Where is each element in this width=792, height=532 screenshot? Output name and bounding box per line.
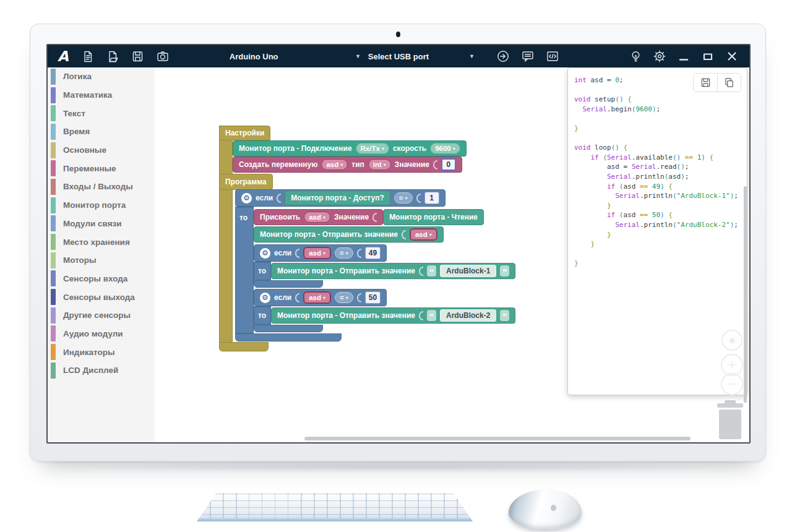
workspace-canvas[interactable]: Настройки Программа Монитор порта - Подк… [155, 67, 751, 444]
code-line: Serial.println("ArduBlock-2"); [574, 220, 741, 230]
value-label: Значение [334, 213, 369, 221]
settings-section-header[interactable]: Настройки [219, 126, 270, 140]
save-file-icon[interactable] [131, 49, 145, 64]
minimize-button[interactable] [676, 49, 691, 64]
program-frame-foot[interactable] [219, 342, 269, 351]
open-file-icon[interactable] [106, 49, 121, 64]
sidebar-item[interactable]: Переменные [48, 159, 155, 178]
sidebar-item[interactable]: Сенсоры входа [48, 270, 155, 288]
sidebar-item[interactable]: Индикаторы [48, 343, 155, 361]
sidebar-item[interactable]: LCD Дисплей [48, 361, 155, 380]
category-label: Модули связи [63, 219, 122, 228]
dropdown-value: = [399, 194, 403, 202]
sidebar-item[interactable]: Логика [48, 67, 155, 86]
if2-foot[interactable] [254, 325, 323, 332]
sidebar-item[interactable]: Время [48, 122, 155, 141]
sidebar-item[interactable]: Другие сенсоры [48, 306, 155, 325]
if2-header[interactable]: ⚙ если asd ▾ = ▾ 50 [254, 289, 387, 306]
variable-pill[interactable]: asd ▾ [303, 291, 331, 304]
port-selector[interactable]: Select USB port ▼ [368, 52, 475, 61]
upload-icon[interactable] [496, 49, 510, 64]
board-selector-value: Arduino Uno [230, 52, 278, 61]
category-label: Место хранения [63, 238, 130, 247]
sidebar-item[interactable]: Сенсоры выхода [48, 288, 155, 306]
string-value[interactable]: ArduBlock-2 [440, 309, 496, 322]
save-code-button[interactable] [694, 74, 717, 92]
vertical-scrollbar[interactable] [744, 186, 747, 403]
mutator-gear-icon[interactable]: ⚙ [260, 248, 270, 259]
settings-gear-icon[interactable] [652, 49, 667, 64]
mouse [509, 490, 582, 529]
sidebar-item[interactable]: Аудио модули [48, 325, 155, 343]
code-view-icon[interactable] [545, 49, 560, 64]
mutator-gear-icon[interactable]: ⚙ [241, 193, 252, 204]
category-label: Моторы [63, 255, 97, 265]
copy-code-button[interactable] [717, 74, 741, 92]
category-label: LCD Дисплей [63, 366, 118, 375]
maximize-button[interactable] [700, 49, 715, 64]
sidebar-item[interactable]: Входы / Выходы [48, 178, 155, 196]
compare-socket[interactable]: 50 [365, 291, 381, 304]
code-text[interactable]: int asd = 0; void setup() { Serial.begin… [568, 68, 747, 276]
sidebar-item[interactable]: Моторы [48, 251, 155, 270]
new-file-icon[interactable] [81, 49, 96, 64]
string-value[interactable]: ArduBlock-1 [440, 265, 496, 277]
dropdown-var-name[interactable]: asd ▾ [321, 159, 348, 170]
dropdown-value: Rx/Tx [361, 145, 380, 152]
value-socket[interactable]: 0 [441, 158, 456, 171]
block-serial-send-var[interactable]: Монитор порта - Отправить значение asd ▾ [254, 226, 444, 242]
dropdown-baud[interactable]: 9600 ▾ [430, 143, 460, 154]
dropdown-var-type[interactable]: int ▾ [368, 159, 391, 170]
hint-bulb-icon[interactable] [628, 49, 643, 64]
close-button[interactable] [725, 49, 739, 64]
dropdown-rxtx[interactable]: Rx/Tx ▾ [356, 143, 389, 154]
dropdown-comparator[interactable]: = ▾ [394, 192, 413, 204]
if1-header[interactable]: ⚙ если asd ▾ = ▾ 49 [254, 244, 387, 262]
zoom-out-button[interactable]: − [721, 373, 743, 395]
if-outer-spine[interactable] [235, 207, 254, 333]
dropdown-comparator[interactable]: = ▾ [335, 292, 353, 303]
block-assign[interactable]: Присвоить asd ▾ Значение [254, 209, 383, 225]
value-label: Значение [395, 160, 429, 169]
sidebar-item[interactable]: Основные [48, 141, 155, 160]
block-serial-connect[interactable]: Монитор порта - Подключение Rx/Tx ▾ скор… [233, 140, 467, 157]
block-serial-read[interactable]: Монитор порта - Чтение [383, 209, 484, 225]
trash-can[interactable] [714, 400, 746, 441]
program-frame-spine[interactable] [219, 126, 233, 347]
compare-socket[interactable]: 1 [424, 192, 439, 204]
compare-socket[interactable]: 49 [365, 247, 381, 259]
block-serial-send-str1[interactable]: Монитор порта - Отправить значение “ Ard… [271, 263, 515, 279]
serial-monitor-icon[interactable] [520, 49, 535, 64]
program-section-header[interactable]: Программа [219, 174, 273, 190]
sidebar-item[interactable]: Место хранения [48, 233, 155, 251]
app-window: A Arduino Uno ▼ Select U [46, 44, 751, 444]
variable-pill[interactable]: asd ▾ [410, 228, 437, 241]
if-outer-foot[interactable] [235, 333, 342, 341]
sidebar-item[interactable]: Текст [48, 104, 155, 122]
category-label: Время [63, 127, 90, 136]
sidebar-item[interactable]: Математика [48, 86, 155, 105]
settings-label: Настройки [225, 129, 264, 137]
if-outer-header[interactable]: ⚙ если Монитор порта - Доступ? = ▾ 1 [235, 189, 446, 207]
screenshot-icon[interactable] [155, 49, 170, 64]
socket-notch [372, 213, 377, 222]
block-create-variable[interactable]: Создать переменную asd ▾ тип int ▾ Значе… [233, 157, 462, 173]
category-color-bar [51, 69, 56, 85]
block-assign-row: Присвоить asd ▾ Значение Монитор порта -… [254, 209, 484, 225]
horizontal-scrollbar[interactable] [304, 437, 691, 440]
string-text: ArduBlock-1 [446, 267, 490, 275]
block-serial-available[interactable]: Монитор порта - Доступ? [285, 191, 390, 205]
variable-pill[interactable]: asd ▾ [303, 247, 331, 259]
board-selector[interactable]: Arduino Uno ▼ [230, 52, 361, 61]
socket-value: 1 [429, 194, 434, 202]
sidebar-item[interactable]: Модули связи [48, 215, 155, 233]
category-color-bar [51, 87, 56, 103]
dropdown-comparator[interactable]: = ▾ [335, 247, 353, 259]
block-serial-send-str2[interactable]: Монитор порта - Отправить значение “ Ard… [271, 307, 515, 324]
mutator-gear-icon[interactable]: ⚙ [260, 293, 270, 303]
zoom-reset-button[interactable] [721, 330, 742, 351]
if1-foot[interactable] [254, 280, 323, 288]
category-label: Индикаторы [63, 348, 114, 357]
dropdown-var-name[interactable]: asd ▾ [304, 212, 330, 223]
sidebar-item[interactable]: Монитор порта [48, 196, 155, 215]
